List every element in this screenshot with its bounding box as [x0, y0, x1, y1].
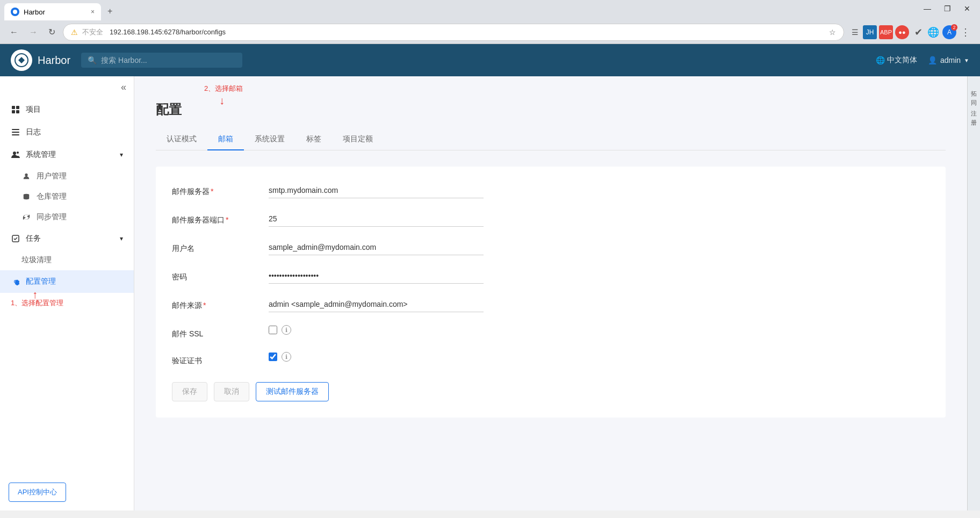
repo-icon	[21, 192, 31, 202]
page-title: 配置	[156, 101, 946, 118]
browser-tab[interactable]: Harbor ×	[4, 3, 101, 20]
extension-360-icon[interactable]: ●●	[895, 25, 909, 39]
lang-label: 中文简体	[887, 55, 917, 65]
from-input-wrapper	[269, 297, 484, 312]
address-bar[interactable]: ⚠ 不安全 192.168.198.145:6278/harbor/config…	[63, 24, 844, 41]
verify-info-icon[interactable]: ℹ	[282, 352, 291, 362]
search-box[interactable]: 🔍	[81, 53, 242, 68]
port-required: *	[226, 215, 228, 224]
sidebar-item-gc[interactable]: 垃圾清理	[0, 250, 134, 270]
browser-toolbar: ☰ JH ABP ●● ✔ 🌐 A 2 ⋮	[848, 25, 974, 39]
tab-email[interactable]: 邮箱	[207, 129, 244, 150]
tab-quota[interactable]: 项目定额	[332, 129, 384, 150]
task-icon	[11, 234, 20, 243]
sidebar-item-repo-mgmt[interactable]: 仓库管理	[0, 186, 134, 207]
tab-auth[interactable]: 认证模式	[156, 129, 207, 150]
logs-label: 日志	[26, 127, 41, 137]
sidebar-footer: API控制中心	[0, 474, 134, 510]
browser-menu-button[interactable]: ⋮	[957, 25, 974, 39]
from-label: 邮件来源*	[172, 297, 258, 311]
minimize-button[interactable]: —	[918, 3, 936, 14]
back-button[interactable]: ←	[6, 25, 21, 39]
sidebar-annotation-area: 1、选择配置管理 ↑	[0, 293, 134, 336]
system-mgmt-label: 系统管理	[26, 150, 56, 160]
tasks-label: 任务	[26, 234, 41, 243]
sidebar-item-config[interactable]: 配置管理	[0, 270, 134, 293]
password-input-wrapper	[269, 268, 484, 284]
sidebar-group-system-header[interactable]: 系统管理 ▾	[0, 143, 134, 166]
sidebar-group-tasks: 任务 ▾ 垃圾清理	[0, 227, 134, 270]
system-chevron-icon: ▾	[120, 151, 123, 159]
not-secure-label: 不安全	[82, 27, 103, 37]
config-label: 配置管理	[26, 277, 56, 286]
api-control-center-button[interactable]: API控制中心	[9, 483, 66, 502]
right-tab-4[interactable]: 册	[968, 111, 980, 119]
tab-tags[interactable]: 标签	[296, 129, 332, 150]
tab-system[interactable]: 系统设置	[244, 129, 296, 150]
bookmark-icon[interactable]: ☆	[829, 28, 836, 37]
extension-abp-icon[interactable]: ABP	[879, 25, 893, 39]
port-label: 邮件服务器端口*	[172, 211, 258, 225]
ssl-label: 邮件 SSL	[172, 325, 258, 339]
close-window-button[interactable]: ✕	[959, 3, 976, 14]
reading-mode-icon[interactable]: ☰	[848, 26, 862, 39]
user-icon: 👤	[928, 56, 937, 64]
sidebar-item-projects[interactable]: 项目	[0, 98, 134, 121]
port-input[interactable]	[269, 211, 484, 227]
svg-rect-9	[12, 134, 19, 135]
svg-rect-7	[12, 129, 19, 130]
search-icon: 🔍	[88, 56, 97, 64]
password-row: 密码	[172, 268, 929, 284]
logo-icon	[11, 49, 32, 71]
profile-avatar[interactable]: A 2	[942, 25, 956, 39]
sync-mgmt-label: 同步管理	[37, 212, 67, 222]
extension-v-icon[interactable]: ✔	[911, 25, 925, 39]
username-input[interactable]	[269, 240, 484, 255]
right-tab-2[interactable]: 同	[968, 91, 980, 100]
password-input[interactable]	[269, 268, 484, 284]
sidebar-group-tasks-header[interactable]: 任务 ▾	[0, 227, 134, 250]
test-mail-button[interactable]: 测试邮件服务器	[256, 382, 329, 401]
ssl-info-icon[interactable]: ℹ	[282, 325, 291, 335]
cancel-button[interactable]: 取消	[214, 382, 249, 401]
annotation-2-arrow: ↓	[219, 95, 225, 107]
username-label: 用户名	[172, 240, 258, 254]
sidebar-item-logs[interactable]: 日志	[0, 121, 134, 143]
content-area: 2、选择邮箱 ↓ 配置 认证模式 邮箱 系统设置 标签 项目定额 邮件服务器*	[134, 76, 967, 510]
extension-jh-icon[interactable]: JH	[863, 25, 877, 39]
new-tab-button[interactable]: +	[103, 4, 117, 18]
port-input-wrapper	[269, 211, 484, 227]
maximize-button[interactable]: ❐	[939, 3, 956, 14]
save-button[interactable]: 保存	[172, 382, 207, 401]
user-mgmt-label: 用户管理	[37, 171, 67, 181]
forward-button[interactable]: →	[26, 25, 41, 39]
right-tab-1[interactable]: 拓	[968, 82, 980, 90]
repo-mgmt-label: 仓库管理	[37, 192, 67, 202]
reload-button[interactable]: ↻	[45, 25, 59, 39]
projects-label: 项目	[26, 105, 41, 114]
from-required: *	[203, 301, 206, 310]
sidebar-item-sync-mgmt[interactable]: 同步管理	[0, 207, 134, 227]
tasks-chevron-icon: ▾	[120, 235, 123, 242]
collapse-sidebar-button[interactable]: «	[121, 82, 126, 93]
verify-checkbox[interactable]	[269, 352, 277, 361]
ssl-checkbox[interactable]	[269, 326, 277, 334]
sidebar-item-user-mgmt[interactable]: 用户管理	[0, 166, 134, 186]
svg-point-10	[13, 152, 16, 155]
svg-point-11	[17, 152, 19, 154]
top-navigation: Harbor 🔍 🌐 中文简体 👤 admin ▼	[0, 44, 980, 76]
user-menu-button[interactable]: 👤 admin ▼	[928, 56, 969, 64]
from-row: 邮件来源*	[172, 297, 929, 312]
smtp-input[interactable]	[269, 183, 484, 198]
username-label: admin	[940, 56, 961, 64]
sidebar: « 项目 日志	[0, 76, 134, 510]
smtp-label: 邮件服务器*	[172, 183, 258, 197]
language-button[interactable]: 🌐 中文简体	[876, 55, 917, 65]
right-tab-3[interactable]: 注	[968, 101, 980, 110]
verify-control: ℹ	[269, 352, 484, 362]
from-input[interactable]	[269, 297, 484, 312]
tab-close-btn[interactable]: ×	[91, 8, 95, 16]
extension-more-icon[interactable]: 🌐	[926, 25, 940, 39]
search-input[interactable]	[101, 56, 236, 64]
window-controls: — ❐ ✕	[918, 3, 976, 14]
